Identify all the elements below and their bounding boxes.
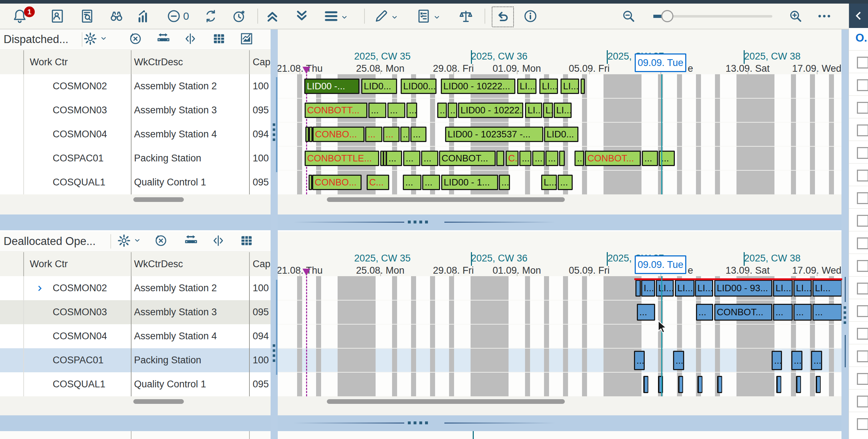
gantt-bar[interactable] [496, 151, 504, 166]
vertical-scrollbar-thumb[interactable] [845, 335, 846, 367]
gantt-bar[interactable]: ... [791, 351, 802, 370]
checkbox[interactable] [857, 79, 868, 91]
gantt-bar[interactable]: LI... [812, 280, 842, 297]
chevron-down-icon[interactable] [340, 13, 348, 21]
gantt-bar[interactable]: ... [773, 304, 793, 321]
gantt-bar[interactable]: ... [574, 151, 584, 166]
zoom-slider-handle[interactable] [661, 10, 673, 22]
table-row[interactable]: COSMON02Assembly Station 2100 [0, 276, 271, 301]
checkbox[interactable] [857, 124, 868, 136]
gantt-bar[interactable]: LI... [675, 280, 695, 297]
gantt-bar[interactable] [305, 127, 309, 142]
gantt-bar[interactable]: LI... [517, 79, 536, 94]
expand-row-chevron[interactable] [35, 284, 44, 293]
table-row[interactable]: COSMON03Assembly Station 3095 [0, 300, 271, 325]
gantt-bar[interactable]: ... [448, 103, 457, 118]
pencil-button[interactable] [373, 8, 389, 24]
gantt-bar[interactable]: ... [673, 351, 684, 370]
gantt-bar[interactable]: ... [499, 175, 510, 190]
gantt-bar[interactable]: LI... [695, 280, 713, 297]
checkbox[interactable] [857, 396, 868, 407]
splitter-drag-handle[interactable] [408, 221, 428, 223]
gantt-bar[interactable] [559, 151, 565, 166]
clear-filter-button[interactable] [128, 32, 143, 46]
gantt-bar[interactable]: ... [387, 103, 405, 118]
checkbox[interactable] [857, 102, 868, 114]
gantt-bar[interactable]: ... [403, 151, 420, 166]
right-panel-list-item[interactable] [849, 276, 868, 299]
gantt-bar[interactable] [309, 175, 312, 190]
right-panel-list-item[interactable] [849, 73, 868, 96]
column-header[interactable]: Work Ctr [30, 50, 131, 74]
right-panel-list-item[interactable] [849, 231, 868, 254]
gantt-bar[interactable]: ... [400, 127, 410, 142]
gantt-bar[interactable]: ... [368, 103, 386, 118]
splitter-drag-handle[interactable] [844, 306, 846, 324]
gantt-bar[interactable]: LI... [773, 280, 793, 297]
minus-circle-button[interactable] [166, 8, 182, 24]
checkbox[interactable] [857, 305, 868, 317]
gantt-bar[interactable]: ... [642, 151, 658, 166]
bar-chart-button[interactable] [136, 8, 152, 24]
checkbox[interactable] [857, 192, 868, 204]
gantt-bar[interactable]: LID00 -... [304, 79, 359, 94]
panel-splitter-horizontal[interactable] [0, 214, 849, 230]
gantt-bar[interactable]: CONBOT... [585, 151, 641, 166]
doc-search-button[interactable] [79, 8, 95, 24]
vertical-scrollbar-thumb[interactable] [276, 280, 277, 375]
table-row[interactable]: COSMON02Assembly Station 2100 [0, 74, 271, 99]
column-header[interactable]: WkCtrDesc [134, 50, 249, 74]
checkbox[interactable] [857, 147, 868, 159]
gantt-bar[interactable]: ... [558, 175, 573, 190]
selected-date-box[interactable]: 09.09. Tue [635, 53, 686, 72]
table-row[interactable]: COSMON04Assembly Station 4094 [0, 122, 271, 147]
chevrons-down-button[interactable] [294, 8, 310, 24]
gantt-bar[interactable]: ... [406, 103, 417, 118]
gantt-bar[interactable] [796, 376, 801, 393]
panel-splitter-horizontal[interactable] [0, 415, 849, 431]
split-button[interactable] [183, 32, 197, 46]
gantt-bar[interactable]: LID00 - 1023537 -... [445, 127, 543, 142]
splitter-drag-handle[interactable] [408, 421, 428, 424]
vertical-scrollbar-thumb[interactable] [276, 77, 277, 172]
gantt-bar[interactable] [635, 280, 641, 297]
chevron-down-icon[interactable] [391, 13, 399, 21]
checkbox[interactable] [857, 418, 868, 430]
gantt-bar[interactable]: LI... [793, 280, 812, 297]
column-header[interactable]: Capacity [253, 252, 271, 276]
overflow-button[interactable] [816, 8, 832, 24]
chevron-down-icon[interactable] [133, 236, 141, 244]
gantt-bar[interactable]: LI... [561, 79, 579, 94]
right-panel-list-item[interactable] [849, 118, 868, 141]
gantt-bar[interactable]: LID00 - 10222... [441, 79, 515, 94]
zoom-out-button[interactable] [621, 8, 636, 24]
right-panel-list-item[interactable] [849, 412, 868, 435]
table-row[interactable]: COSMON04Assembly Station 4094 [0, 324, 271, 349]
gantt-bar[interactable]: ... [421, 151, 438, 166]
right-panel-list-item[interactable] [849, 344, 868, 367]
right-panel-list-item[interactable] [849, 389, 868, 412]
right-panel-list-item[interactable] [849, 299, 868, 322]
table-horizontal-scrollbar[interactable] [133, 197, 184, 202]
gantt-bar[interactable] [697, 376, 702, 393]
gantt-bar[interactable]: ... [811, 351, 822, 370]
column-header[interactable]: WkCtrDesc [134, 252, 249, 276]
zoom-in-button[interactable] [788, 8, 803, 24]
gantt-bar[interactable]: ... [532, 151, 545, 166]
gantt-bar[interactable]: ... [519, 151, 531, 166]
gantt-bar[interactable]: ... [772, 351, 782, 370]
table-row[interactable]: COSPAC01Packing Station100 [0, 146, 271, 171]
split-button[interactable] [211, 233, 225, 248]
right-panel-list-item[interactable] [849, 50, 868, 73]
right-panel-list-item[interactable] [849, 163, 868, 186]
checkbox[interactable] [857, 350, 868, 362]
checkbox[interactable] [857, 373, 868, 385]
right-panel-list-item[interactable] [849, 367, 868, 390]
splitter-drag-handle[interactable] [273, 344, 275, 362]
gantt-bar[interactable]: LID0... [361, 79, 397, 94]
right-panel-list-item[interactable] [849, 186, 868, 209]
gantt-bar[interactable]: LI... [539, 79, 558, 94]
gantt-bar[interactable]: ... [545, 151, 558, 166]
refresh-button[interactable] [203, 8, 219, 24]
gantt-bar[interactable]: LID00... [401, 79, 437, 94]
